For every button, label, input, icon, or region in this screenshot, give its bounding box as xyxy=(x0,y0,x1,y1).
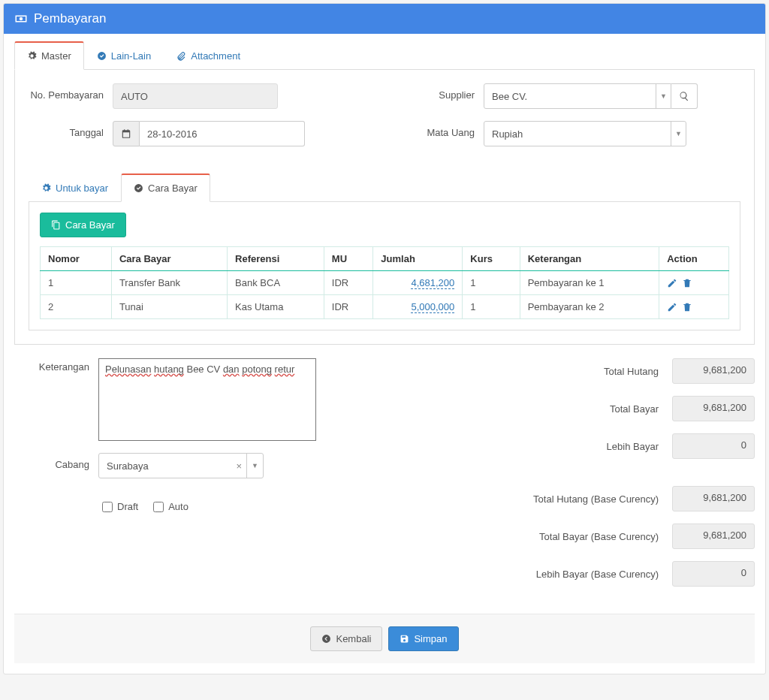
save-icon xyxy=(400,634,409,644)
cell-referensi: Bank BCA xyxy=(228,271,324,295)
cabang-value: Surabaya xyxy=(99,460,231,472)
draft-label: Draft xyxy=(117,501,138,512)
cell-cara-bayar: Transfer Bank xyxy=(111,271,227,295)
edit-icon[interactable] xyxy=(667,302,677,312)
tab-cara-bayar-label: Cara Bayar xyxy=(148,183,198,194)
lebih-bayar-label: Lebih Bayar xyxy=(607,441,659,452)
arrow-left-icon xyxy=(321,634,331,644)
keterangan-textarea[interactable]: Pelunasan hutang Bee CV dan potong retur xyxy=(98,358,316,441)
th-nomor: Nomor xyxy=(41,247,112,271)
tab-attachment[interactable]: Attachment xyxy=(164,41,253,70)
cell-jumlah: 5,000,000 xyxy=(373,295,463,319)
lebih-bayar-base-label: Lebih Bayar (Base Curency) xyxy=(536,569,659,580)
total-bayar-label: Total Bayar xyxy=(610,403,659,415)
cell-nomor: 1 xyxy=(41,271,112,295)
tab-lainlain-label: Lain-Lain xyxy=(111,50,152,62)
search-icon xyxy=(679,91,689,101)
table-row: 2TunaiKas UtamaIDR5,000,0001Pembayaran k… xyxy=(41,295,729,319)
draft-checkbox[interactable]: Draft xyxy=(102,501,138,512)
supplier-value: Bee CV. xyxy=(492,91,527,102)
cara-bayar-button-label: Cara Bayar xyxy=(65,219,115,231)
check-circle-icon xyxy=(97,51,107,61)
cell-cara-bayar: Tunai xyxy=(111,295,227,319)
cell-action xyxy=(659,271,729,295)
cabang-select[interactable]: Surabaya × ▼ xyxy=(98,453,264,478)
gear-icon xyxy=(27,51,37,61)
cell-referensi: Kas Utama xyxy=(228,295,324,319)
trash-icon[interactable] xyxy=(682,302,692,312)
calendar-icon xyxy=(121,128,131,139)
tab-cara-bayar[interactable]: Cara Bayar xyxy=(121,173,210,202)
amount-link[interactable]: 5,000,000 xyxy=(411,301,454,313)
draft-checkbox-input[interactable] xyxy=(102,502,113,512)
check-circle-icon xyxy=(134,183,143,193)
auto-checkbox[interactable]: Auto xyxy=(153,501,188,512)
tab-untuk-bayar[interactable]: Untuk bayar xyxy=(29,173,121,202)
copy-icon xyxy=(51,220,61,230)
th-referensi: Referensi xyxy=(228,247,324,271)
th-kurs: Kurs xyxy=(463,247,520,271)
panel-header: Pembayaran xyxy=(4,4,765,34)
table-row: 1Transfer BankBank BCAIDR4,681,2001Pemba… xyxy=(41,271,729,295)
simpan-button[interactable]: Simpan xyxy=(388,626,458,651)
payment-panel: Pembayaran Master Lain-Lain Attachment N xyxy=(3,3,766,674)
total-bayar-value: 9,681,200 xyxy=(672,396,755,421)
matauang-value: Rupiah xyxy=(492,128,523,140)
clear-icon[interactable]: × xyxy=(231,460,246,472)
payment-table: Nomor Cara Bayar Referensi MU Jumlah Kur… xyxy=(40,246,729,319)
supplier-label: Supplier xyxy=(400,83,475,101)
cabang-label: Cabang xyxy=(14,453,89,470)
footer: Kembali Simpan xyxy=(14,614,755,663)
cell-action xyxy=(659,295,729,319)
supplier-search-button[interactable] xyxy=(671,83,698,109)
tanggal-input[interactable] xyxy=(140,121,305,146)
cara-bayar-body: Cara Bayar Nomor Cara Bayar Referensi MU… xyxy=(29,202,740,330)
tab-lainlain[interactable]: Lain-Lain xyxy=(84,41,164,70)
total-hutang-base-label: Total Hutang (Base Curency) xyxy=(533,493,659,505)
auto-label: Auto xyxy=(168,501,188,512)
kembali-button[interactable]: Kembali xyxy=(310,626,382,651)
th-jumlah: Jumlah xyxy=(373,247,463,271)
chevron-down-icon: ▼ xyxy=(246,454,263,478)
tab-attachment-label: Attachment xyxy=(191,50,240,62)
tab-master-body: No. Pembayaran Tanggal xyxy=(14,70,755,345)
cell-mu: IDR xyxy=(324,271,372,295)
total-hutang-label: Total Hutang xyxy=(604,366,659,377)
amount-link[interactable]: 4,681,200 xyxy=(411,277,454,289)
lebih-bayar-value: 0 xyxy=(672,433,755,459)
cell-mu: IDR xyxy=(324,295,372,319)
th-action: Action xyxy=(659,247,729,271)
tab-untuk-bayar-label: Untuk bayar xyxy=(56,183,108,194)
cara-bayar-button[interactable]: Cara Bayar xyxy=(40,213,126,237)
gears-icon xyxy=(41,183,51,193)
cell-keterangan: Pembayaran ke 1 xyxy=(520,271,659,295)
chevron-down-icon: ▼ xyxy=(671,122,686,146)
trash-icon[interactable] xyxy=(682,278,692,288)
total-hutang-base-value: 9,681,200 xyxy=(672,486,755,511)
chevron-down-icon: ▼ xyxy=(656,84,671,108)
th-keterangan: Keterangan xyxy=(520,247,659,271)
total-bayar-base-label: Total Bayar (Base Curency) xyxy=(539,531,659,542)
th-mu: MU xyxy=(324,247,372,271)
edit-icon[interactable] xyxy=(667,278,677,288)
total-bayar-base-value: 9,681,200 xyxy=(672,523,755,549)
calendar-button[interactable] xyxy=(113,121,140,146)
tab-master-label: Master xyxy=(41,50,71,62)
lebih-bayar-base-value: 0 xyxy=(672,561,755,587)
keterangan-label: Keterangan xyxy=(14,358,89,373)
no-pembayaran-input xyxy=(113,83,278,109)
inner-tabs: Untuk bayar Cara Bayar xyxy=(29,173,740,202)
matauang-label: Mata Uang xyxy=(400,121,475,138)
total-hutang-value: 9,681,200 xyxy=(672,358,755,384)
cell-kurs: 1 xyxy=(463,271,520,295)
kembali-label: Kembali xyxy=(336,633,371,644)
paperclip-icon xyxy=(176,51,186,61)
auto-checkbox-input[interactable] xyxy=(153,502,164,512)
money-icon xyxy=(14,12,28,26)
tab-master[interactable]: Master xyxy=(14,41,84,70)
panel-body: Master Lain-Lain Attachment No. Pembayar… xyxy=(4,34,765,674)
matauang-select[interactable]: Rupiah ▼ xyxy=(484,121,686,146)
th-cara-bayar: Cara Bayar xyxy=(111,247,227,271)
supplier-select[interactable]: Bee CV. ▼ xyxy=(484,83,671,109)
cell-jumlah: 4,681,200 xyxy=(373,271,463,295)
